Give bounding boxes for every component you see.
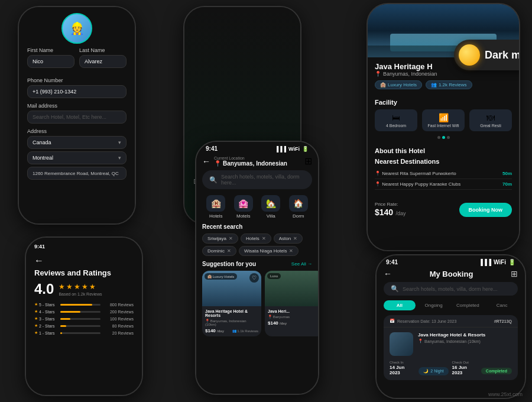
restaurant-label: Great Resti	[473, 124, 508, 128]
bedroom-icon: 🛏	[378, 113, 414, 122]
reviews-tag[interactable]: 👥 1.2k Reviews	[426, 80, 472, 89]
luxury-tag[interactable]: 🏨 Luxury Hotels	[375, 80, 422, 89]
tag-x-icon[interactable]: ✕	[229, 236, 233, 241]
last-name-input[interactable]	[79, 55, 126, 68]
category-motels[interactable]: 🏩 Motels	[234, 195, 253, 219]
hotel-card-1-price: $140 /day	[205, 328, 224, 333]
moon-icon: 🌙	[423, 369, 429, 374]
tab-all[interactable]: All	[384, 300, 416, 310]
location-pin-icon: 📍	[214, 160, 221, 167]
tag-sriwijaya[interactable]: Sriwijaya ✕	[202, 234, 238, 244]
star-1-track	[60, 332, 100, 334]
price-label: Price Rate:	[375, 202, 406, 207]
signal-icon: ▐▐▐	[275, 146, 286, 152]
nearest-title: Nearest Destinations	[375, 158, 512, 165]
booking-item-1: 📅 Reservation Date: 13 June 2023 #RT213Q…	[384, 315, 518, 380]
people-icon: 👥	[431, 82, 437, 87]
mail-input[interactable]	[27, 111, 126, 124]
checkin-item: Check In 14 Jun 2023	[390, 361, 415, 375]
tag-x-icon[interactable]: ✕	[289, 248, 293, 254]
booking-search-icon: 🔍	[391, 285, 399, 293]
booking-search-bar[interactable]: 🔍 Search hotels, motels, villa, dorm her…	[384, 282, 518, 296]
facility-restaurant: 🍽 Great Resti	[469, 109, 512, 131]
country-select[interactable]: Canada ▾	[27, 136, 126, 149]
street-input[interactable]: 1260 Remembrance Road, Montreal, QC	[27, 167, 126, 180]
search-nav: ← Current Location 📍 Banyumas, Indonesia…	[202, 155, 312, 167]
star-2: ★	[66, 283, 73, 291]
hotel-tags: 🏨 Luxury Hotels 👥 1.2k Reviews	[375, 80, 512, 89]
booking-wifi-icon: WiFi	[494, 259, 506, 265]
mail-label: Mail address	[27, 103, 126, 109]
recent-search-header: Recent search	[196, 223, 318, 234]
see-all-link[interactable]: See All →	[291, 261, 312, 267]
wifi-icon: WiFi	[288, 146, 300, 152]
tag-aston[interactable]: Aston ✕	[274, 234, 303, 244]
checkout-date: 16 Jun 2023	[452, 365, 478, 375]
price-amount: $140	[375, 208, 393, 217]
booking-settings-icon[interactable]: ⊞	[511, 269, 518, 278]
luxury-badge-2: Luxu	[267, 273, 281, 279]
booking-hotel-row: Java Heritage Hotel & Resorts 📍 Banyumas…	[384, 328, 518, 361]
tag-hotels[interactable]: Hotels ✕	[241, 234, 271, 244]
checkin-label: Check In	[390, 361, 415, 364]
category-villa[interactable]: 🏡 Villa	[261, 195, 280, 219]
tag-dominic[interactable]: Dominic ✕	[202, 246, 236, 256]
dorm-label: Dorm	[293, 213, 304, 219]
phone-search: 9:41 ▐▐▐ WiFi 🔋 ← Current Location 📍 Ban…	[195, 141, 319, 395]
booking-pin-icon: 📍	[418, 339, 423, 343]
hotel-cards: 🏨 Luxury Hotels ♡ Java Heritage Hotel & …	[196, 271, 318, 336]
watermark: www.25xt.com	[488, 391, 523, 397]
booking-hotel-location: 📍 Banyumas, Indonesian (10km)	[418, 339, 512, 343]
dark-mode-orb	[459, 44, 480, 66]
motels-label: Motels	[236, 213, 251, 219]
star-4-label: ★ 4 - Stars	[34, 309, 57, 314]
star-3-track	[60, 318, 100, 320]
checkout-label: Check Out	[452, 361, 478, 364]
price-period: /day	[396, 210, 406, 216]
tab-cancelled[interactable]: Canc	[486, 300, 518, 310]
search-back-button[interactable]: ←	[202, 157, 210, 166]
tag-x-icon[interactable]: ✕	[262, 236, 266, 241]
star-1-count: 20 Reviews	[104, 331, 134, 335]
wifi-label: Fast Internet Wifi	[426, 124, 461, 128]
destination-1: 📍 Nearest Rita Supermall Purwokerto 50m	[375, 168, 512, 179]
booking-hotel-image	[390, 332, 413, 356]
night-badge: 🌙 2 Night	[419, 367, 448, 375]
booking-now-button[interactable]: Booking Now	[459, 203, 512, 217]
save-icon[interactable]: ♡	[249, 273, 259, 283]
star-1-label: ★ 1 - Stars	[34, 330, 57, 335]
category-hotels[interactable]: 🏨 Hotels	[206, 195, 225, 219]
location-pin-icon: 📍	[375, 71, 381, 77]
tag-x-icon[interactable]: ✕	[227, 248, 231, 254]
city-select[interactable]: Montreal ▾	[27, 151, 126, 164]
about-title: About this Hotel	[375, 147, 512, 154]
tag-x-icon[interactable]: ✕	[293, 236, 297, 241]
hotel-card-2[interactable]: Luxu Java Heri... 📍 Banyumas $140 /day	[265, 271, 318, 336]
booking-hotel-name: Java Heritage Hotel & Resorts	[418, 332, 512, 338]
phone-input[interactable]	[27, 85, 126, 98]
hotel-location: 📍 Banyumas, Indonesian	[375, 71, 512, 77]
reviews-back-button[interactable]: ←	[26, 252, 142, 268]
category-dorm[interactable]: 🏠 Dorm	[289, 195, 308, 219]
star-2-label: ★ 2 - Stars	[34, 323, 57, 328]
tag-wisata[interactable]: Wisata Niaga Hotels ✕	[239, 246, 299, 256]
category-row: 🏨 Hotels 🏩 Motels 🏡 Villa 🏠 Dorm	[196, 193, 318, 223]
facilities-list: 🛏 4 Bedroom 📶 Fast Internet Wifi 🍽 Great…	[375, 109, 512, 131]
star-5: ★	[89, 283, 96, 291]
villa-label: Villa	[267, 213, 275, 219]
reviews-title: Reviews and Ratings	[26, 268, 142, 277]
first-name-input[interactable]	[27, 55, 74, 68]
hotel-search-bar[interactable]: 🔍 Search hotels, motels, villa, dorm her…	[202, 170, 312, 189]
destinations-list: 📍 Nearest Rita Supermall Purwokerto 50m …	[375, 168, 512, 190]
booking-back-button[interactable]: ←	[384, 269, 392, 278]
tab-ongoing[interactable]: Ongoing	[418, 300, 450, 310]
map-icon[interactable]: ⊞	[304, 155, 312, 167]
search-icon: 🔍	[209, 176, 218, 184]
phone-registration: 👷 First Name Last Name Phone Number Mail…	[18, 6, 136, 225]
tab-completed[interactable]: Completed	[452, 300, 484, 310]
star-4-count: 200 Reviews	[104, 310, 134, 314]
hotel-card-1[interactable]: 🏨 Luxury Hotels ♡ Java Heritage Hotel & …	[202, 271, 261, 336]
registration-form: First Name Last Name Phone Number Mail a…	[19, 47, 135, 180]
based-on-text: Based on 1.2k Reviews	[59, 292, 102, 296]
suggestion-header: Suggestion for you See All →	[196, 261, 318, 271]
